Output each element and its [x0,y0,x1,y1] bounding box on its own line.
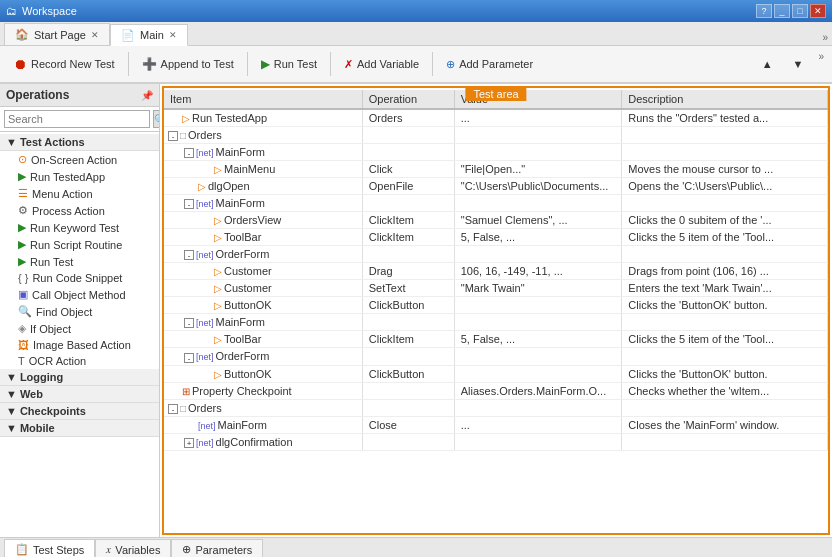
operation-cell [362,246,454,263]
maximize-button[interactable]: □ [792,4,808,18]
group-icon: □ [180,403,186,414]
more-options[interactable]: » [814,49,828,79]
add-parameter-label: Add Parameter [459,58,533,70]
help-button[interactable]: ? [756,4,772,18]
table-row[interactable]: ▷ButtonOKClickButtonClicks the 'ButtonOK… [164,365,828,382]
table-row[interactable]: -[net]MainForm [164,314,828,331]
table-row[interactable]: -□Orders [164,127,828,144]
col-operation: Operation [362,90,454,109]
operation-cell [362,433,454,450]
value-cell: "C:\Users\Public\Documents... [454,178,622,195]
sidebar-item-run-test[interactable]: ▶ Run Test [0,253,159,270]
description-cell: Clicks the 'ButtonOK' button. [622,297,828,314]
table-row[interactable]: +[net]dlgConfirmation [164,433,828,450]
move-up-button[interactable]: ▲ [753,49,782,79]
search-input[interactable] [4,110,150,128]
sidebar-item-run-script-routine[interactable]: ▶ Run Script Routine [0,236,159,253]
table-row[interactable]: -[net]MainForm [164,195,828,212]
main-tab-close[interactable]: ✕ [169,30,177,40]
collapse-btn[interactable]: - [184,353,194,363]
add-parameter-button[interactable]: ⊕ Add Parameter [437,49,542,79]
table-row[interactable]: ▷OrdersViewClickItem"Samuel Clemens", ..… [164,212,828,229]
toolbar-nav: ▲ ▼ » [753,49,828,79]
sidebar-item-find-object[interactable]: 🔍 Find Object [0,303,159,320]
test-actions-label: Test Actions [20,136,85,148]
table-row[interactable]: -[net]MainForm [164,144,828,161]
item-name: OrdersView [224,214,281,226]
start-page-close[interactable]: ✕ [91,30,99,40]
sidebar-item-run-tested-app[interactable]: ▶ Run TestedApp [0,168,159,185]
sidebar-item-ocr-action[interactable]: T OCR Action [0,353,159,369]
tab-start-page[interactable]: 🏠 Start Page ✕ [4,23,110,45]
table-row[interactable]: ▷CustomerSetText"Mark Twain"Enters the t… [164,280,828,297]
table-row[interactable]: [net]MainFormClose...Closes the 'MainFor… [164,416,828,433]
sidebar-item-menu-action[interactable]: ☰ Menu Action [0,185,159,202]
table-row[interactable]: ▷CustomerDrag106, 16, -149, -11, ...Drag… [164,263,828,280]
operation-cell [362,382,454,399]
record-new-test-button[interactable]: ⏺ Record New Test [4,49,124,79]
move-down-button[interactable]: ▼ [784,49,813,79]
description-cell: Clicks the 'ButtonOK' button. [622,365,828,382]
collapse-btn[interactable]: - [184,250,194,260]
sidebar-item-if-object[interactable]: ◈ If Object [0,320,159,337]
table-row[interactable]: ▷ButtonOKClickButtonClicks the 'ButtonOK… [164,297,828,314]
tab-main[interactable]: 📄 Main ✕ [110,24,188,46]
table-row[interactable]: ▷ToolBarClickItem5, False, ...Clicks the… [164,331,828,348]
item-name: Run TestedApp [192,112,267,124]
bottom-tabs: 📋 Test Steps 𝑥 Variables ⊕ Parameters [0,537,832,557]
tab-nav-right[interactable]: » [818,30,832,45]
web-expand[interactable]: ▼ [6,388,17,400]
collapse-btn[interactable]: - [184,318,194,328]
pin-icon[interactable]: 📌 [141,90,153,101]
test-area: Test area Item Operation Value Descripti… [160,84,832,537]
search-button[interactable]: 🔍 [153,110,160,128]
add-variable-button[interactable]: ✗ Add Variable [335,49,428,79]
sidebar-item-image-based-action[interactable]: 🖼 Image Based Action [0,337,159,353]
close-button[interactable]: ✕ [810,4,826,18]
sidebar-item-run-keyword-test[interactable]: ▶ Run Keyword Test [0,219,159,236]
collapse-btn[interactable]: - [168,131,178,141]
append-icon: ➕ [142,57,157,71]
test-actions-expand[interactable]: ▼ [6,136,17,148]
table-row[interactable]: -□Orders [164,399,828,416]
workspace-icon: 🗂 [6,5,17,17]
description-cell: Closes the 'MainForm' window. [622,416,828,433]
run-test-button[interactable]: ▶ Run Test [252,49,326,79]
sidebar-item-call-object-method[interactable]: ▣ Call Object Method [0,286,159,303]
checkpoints-expand[interactable]: ▼ [6,405,17,417]
value-cell: "Mark Twain" [454,280,622,297]
table-scroll[interactable]: Item Operation Value Description ▷Run Te… [160,84,832,537]
table-row[interactable]: ▷MainMenuClick"File|Open..."Moves the mo… [164,161,828,178]
net-icon: [net] [196,148,214,158]
table-row[interactable]: ▷ToolBarClickItem5, False, ...Clicks the… [164,229,828,246]
tab-variables[interactable]: 𝑥 Variables [95,539,171,557]
table-row[interactable]: ▷Run TestedAppOrders...Runs the "Orders"… [164,109,828,127]
append-to-test-button[interactable]: ➕ Append to Test [133,49,243,79]
test-table: Item Operation Value Description ▷Run Te… [164,90,828,451]
table-row[interactable]: -[net]OrderForm [164,348,828,365]
logging-expand[interactable]: ▼ [6,371,17,383]
table-row[interactable]: ▷dlgOpenOpenFile"C:\Users\Public\Documen… [164,178,828,195]
description-cell [622,314,828,331]
call-object-icon: ▣ [18,288,28,301]
tab-bar: 🏠 Start Page ✕ 📄 Main ✕ » [0,22,832,46]
collapse-btn[interactable]: - [184,148,194,158]
expand-btn[interactable]: + [184,438,194,448]
tab-parameters[interactable]: ⊕ Parameters [171,539,263,557]
collapse-btn[interactable]: - [168,404,178,414]
minimize-button[interactable]: _ [774,4,790,18]
sidebar-item-on-screen-action[interactable]: ⊙ On-Screen Action [0,151,159,168]
ocr-action-label: OCR Action [29,355,86,367]
tab-test-steps[interactable]: 📋 Test Steps [4,539,95,557]
mobile-expand[interactable]: ▼ [6,422,17,434]
collapse-btn[interactable]: - [184,199,194,209]
parameters-icon: ⊕ [182,543,191,556]
table-row[interactable]: ⊞Property CheckpointAliases.Orders.MainF… [164,382,828,399]
item-name: dlgConfirmation [216,436,293,448]
table-row[interactable]: -[net]OrderForm [164,246,828,263]
search-box: 🔍 [0,107,159,132]
sidebar-item-process-action[interactable]: ⚙ Process Action [0,202,159,219]
sidebar-item-run-code-snippet[interactable]: { } Run Code Snippet [0,270,159,286]
operation-cell: ClickItem [362,229,454,246]
mobile-label: Mobile [20,422,55,434]
